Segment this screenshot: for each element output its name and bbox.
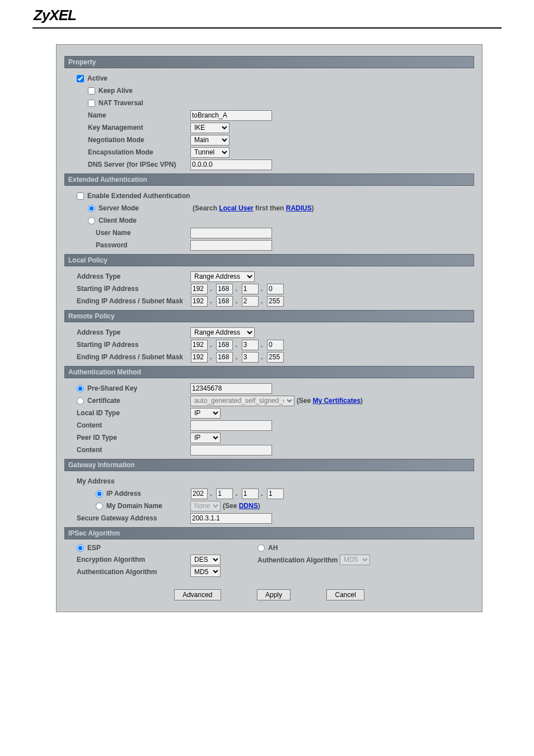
name-label: Name [64,111,190,119]
my-ip-c[interactable] [242,489,259,499]
my-domain-radio[interactable] [96,503,103,510]
local-start-ip-b[interactable] [216,284,233,294]
peer-id-type-label: Peer ID Type [64,434,190,442]
local-end-ip-d[interactable] [267,296,284,307]
client-mode-radio[interactable] [88,217,95,224]
my-domain-select: None [190,501,221,511]
certificate-hint: (See My Certificates) [297,397,363,405]
nat-traversal-checkbox[interactable] [88,100,95,107]
enable-ext-auth-checkbox[interactable] [77,192,84,200]
local-start-ip-a[interactable] [191,284,208,294]
ddns-link[interactable]: DDNS [239,502,258,510]
encapsulation-mode-label: Encapsulation Mode [64,148,190,156]
section-ipsec-algorithm: IPSec Algorithm [64,527,474,539]
remote-end-ip-b[interactable] [216,352,233,363]
local-start-ip: . . . [190,284,284,294]
ah-radio[interactable] [257,544,265,552]
remote-start-ip-a[interactable] [191,340,208,350]
local-end-ip: . . . [190,296,284,307]
keepalive-label: Keep Alive [99,87,133,95]
password-input[interactable] [190,240,272,251]
remote-start-ip: . . . [190,340,284,350]
cancel-button[interactable]: Cancel [326,589,364,600]
auth-alg-label: Authentication Algorithm [64,568,190,576]
local-id-type-select[interactable]: IP [190,408,221,419]
remote-start-ip-d[interactable] [267,340,284,350]
my-ip-d[interactable] [267,489,284,499]
encapsulation-mode-select[interactable]: Tunnel [190,147,229,158]
auth-alg-ah-select: MD5 [340,555,370,565]
peer-id-type-select[interactable]: IP [190,433,221,443]
psk-radio[interactable] [77,385,84,392]
remote-end-ip-label: Ending IP Address / Subnet Mask [64,353,190,361]
my-ip-b[interactable] [216,489,233,499]
secure-gateway-label: Secure Gateway Address [64,514,190,522]
auth-alg-select[interactable]: MD5 [190,566,221,577]
nat-traversal-label: NAT Traversal [99,99,143,107]
local-address-type-label: Address Type [64,273,190,280]
my-ip: . . . [190,489,284,499]
advanced-button[interactable]: Advanced [174,589,221,600]
server-mode-label: Server Mode [99,204,139,212]
esp-label: ESP [87,544,101,552]
ip-address-label: IP Address [106,490,141,497]
ip-address-radio[interactable] [96,490,103,497]
dns-server-label: DNS Server (for IPSec VPN) [64,161,190,168]
section-remote-policy: Remote Policy [64,310,474,322]
peer-content-label: Content [64,446,190,454]
active-checkbox[interactable] [77,75,84,82]
certificate-radio[interactable] [77,397,84,405]
remote-end-ip-d[interactable] [267,352,284,363]
local-user-link[interactable]: Local User [219,204,253,212]
my-certificates-link[interactable]: My Certificates [313,397,360,405]
local-id-type-label: Local ID Type [64,409,190,417]
my-domain-hint: (See DDNS) [223,502,260,510]
active-label: Active [87,74,107,82]
key-management-select[interactable]: IKE [190,123,229,133]
esp-radio[interactable] [77,544,84,552]
my-address-label: My Address [64,477,115,485]
local-content-input[interactable] [190,420,272,431]
server-mode-radio[interactable] [88,205,95,212]
local-end-ip-c[interactable] [242,296,259,307]
secure-gateway-input[interactable] [190,513,272,524]
local-start-ip-c[interactable] [242,284,259,294]
keepalive-checkbox[interactable] [88,87,95,95]
certificate-select[interactable]: auto_generated_self_signed_cert [190,396,294,406]
name-input[interactable] [190,110,272,121]
section-gateway-info: Gateway Information [64,459,474,471]
remote-end-ip-c[interactable] [242,352,259,363]
local-start-ip-d[interactable] [267,284,284,294]
key-management-label: Key Management [64,124,190,132]
remote-end-ip: . . . [190,352,284,363]
peer-content-input[interactable] [190,445,272,456]
local-address-type-select[interactable]: Range Address [190,271,255,282]
brand-logo: ZyXEL [0,0,534,27]
section-extended-auth: Extended Authentication [64,173,474,186]
config-panel: Property Active Keep Alive NAT Traversal… [56,44,483,612]
encryption-alg-label: Encryption Algorithm [64,556,190,564]
local-end-ip-b[interactable] [216,296,233,307]
local-end-ip-a[interactable] [191,296,208,307]
apply-button[interactable]: Apply [257,589,291,600]
my-ip-a[interactable] [191,489,208,499]
remote-end-ip-a[interactable] [191,352,208,363]
user-name-input[interactable] [190,228,272,238]
local-start-ip-label: Starting IP Address [64,285,190,293]
local-end-ip-label: Ending IP Address / Subnet Mask [64,297,190,305]
dns-server-input[interactable] [190,159,272,170]
section-property: Property [64,56,474,68]
section-local-policy: Local Policy [64,254,474,266]
negotiation-mode-select[interactable]: Main [190,135,229,145]
remote-start-ip-c[interactable] [242,340,259,350]
remote-start-ip-b[interactable] [216,340,233,350]
encryption-alg-select[interactable]: DES [190,555,221,565]
client-mode-label: Client Mode [99,217,137,224]
radius-link[interactable]: RADIUS [286,204,312,212]
user-name-label: User Name [64,229,190,237]
negotiation-mode-label: Negotiation Mode [64,136,190,144]
password-label: Password [64,241,190,249]
auth-alg-ah-label: Authentication Algorithm [257,556,338,564]
psk-input[interactable] [190,383,272,394]
remote-address-type-select[interactable]: Range Address [190,327,255,338]
